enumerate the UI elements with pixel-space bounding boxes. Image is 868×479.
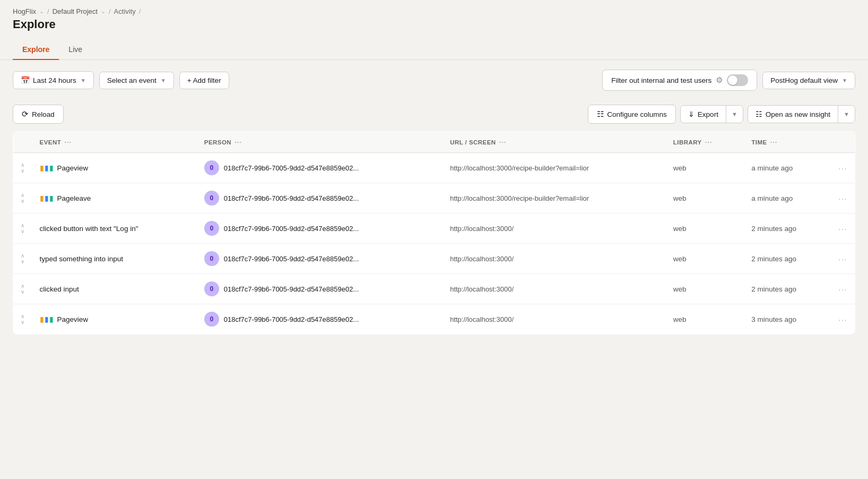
th-person: PERSON ··· xyxy=(197,132,442,153)
row-more-icon[interactable]: ··· xyxy=(838,194,847,203)
table-row[interactable]: ∧ ∨ clicked input 0 018cf7c7-99b6-7005-9… xyxy=(13,274,855,304)
toolbar: 📅 Last 24 hours ▼ Select an event ▼ + Ad… xyxy=(0,60,868,100)
time-value: 2 minutes ago xyxy=(751,225,796,233)
export-dropdown-arrow[interactable]: ▼ xyxy=(726,106,743,123)
expand-icon[interactable]: ∧ ∨ xyxy=(21,162,25,174)
library-value: web xyxy=(673,315,687,323)
event-cell: clicked button with text "Log in" xyxy=(32,213,197,244)
insight-icon: ☷ xyxy=(756,110,762,118)
table-row[interactable]: ∧ ∨ ▮▮▮ Pageleave 0 018cf7c7-99b6-7005-9… xyxy=(13,183,855,213)
gear-icon[interactable]: ⚙ xyxy=(716,75,723,85)
expand-icon[interactable]: ∧ ∨ xyxy=(21,253,25,264)
url-value[interactable]: http://localhost:3000/ xyxy=(450,255,514,263)
library-cell: web xyxy=(666,304,744,335)
action-bar: ⟳ Reload ☷ Configure columns ⇓ Export ▼ … xyxy=(0,100,868,131)
chevron-down-icon: ▼ xyxy=(81,78,86,83)
filter-toggle-box: Filter out internal and test users ⚙ xyxy=(602,70,757,91)
view-selector-label: PostHog default view xyxy=(770,76,838,84)
person-cell: 0 018cf7c7-99b6-7005-9dd2-d547e8859e02..… xyxy=(197,213,442,244)
expand-icon[interactable]: ∧ ∨ xyxy=(21,284,25,295)
person-id[interactable]: 018cf7c7-99b6-7005-9dd2-d547e8859e02... xyxy=(224,194,359,202)
library-value: web xyxy=(673,225,687,233)
filter-toggle-switch[interactable] xyxy=(727,74,748,86)
url-value[interactable]: http://localhost:3000/recipe-builder?ema… xyxy=(450,194,589,202)
table-row[interactable]: ∧ ∨ typed something into input 0 018cf7c… xyxy=(13,244,855,274)
url-cell: http://localhost:3000/ xyxy=(442,304,666,335)
person-id[interactable]: 018cf7c7-99b6-7005-9dd2-d547e8859e02... xyxy=(224,315,359,323)
expand-cell: ∧ ∨ xyxy=(13,183,32,213)
event-name: clicked input xyxy=(40,285,79,293)
avatar: 0 xyxy=(204,160,219,175)
library-cell: web xyxy=(666,213,744,244)
url-value[interactable]: http://localhost:3000/ xyxy=(450,315,514,323)
expand-icon[interactable]: ∧ ∨ xyxy=(21,223,25,234)
th-url: URL / SCREEN ··· xyxy=(442,132,666,153)
row-actions-cell: ··· xyxy=(831,304,855,335)
expand-icon[interactable]: ∧ ∨ xyxy=(21,314,25,325)
library-value: web xyxy=(673,164,687,172)
th-time: TIME ··· xyxy=(744,132,831,153)
person-cell: 0 018cf7c7-99b6-7005-9dd2-d547e8859e02..… xyxy=(197,274,442,304)
url-col-options[interactable]: ··· xyxy=(499,138,507,146)
table-row[interactable]: ∧ ∨ ▮▮▮ Pageview 0 018cf7c7-99b6-7005-9d… xyxy=(13,304,855,335)
library-value: web xyxy=(673,255,687,263)
row-more-icon[interactable]: ··· xyxy=(838,315,847,324)
th-url-label: URL / SCREEN xyxy=(450,139,496,146)
export-button-split: ⇓ Export ▼ xyxy=(680,105,743,123)
url-value[interactable]: http://localhost:3000/recipe-builder?ema… xyxy=(450,164,589,172)
breadcrumb-project[interactable]: Default Project xyxy=(53,7,98,15)
row-more-icon[interactable]: ··· xyxy=(838,224,847,233)
time-cell: 2 minutes ago xyxy=(744,213,831,244)
calendar-icon: 📅 xyxy=(21,76,30,84)
person-col-options[interactable]: ··· xyxy=(235,138,242,146)
configure-columns-button[interactable]: ☷ Configure columns xyxy=(588,105,676,124)
url-cell: http://localhost:3000/recipe-builder?ema… xyxy=(442,153,666,183)
view-selector-button[interactable]: PostHog default view ▼ xyxy=(762,72,855,89)
event-col-options[interactable]: ··· xyxy=(64,138,72,146)
event-filter-button[interactable]: Select an event ▼ xyxy=(99,72,174,89)
event-name: Pageleave xyxy=(57,194,91,202)
url-value[interactable]: http://localhost:3000/ xyxy=(450,225,514,233)
row-more-icon[interactable]: ··· xyxy=(838,254,847,263)
add-filter-button[interactable]: + Add filter xyxy=(179,72,229,89)
person-id[interactable]: 018cf7c7-99b6-7005-9dd2-d547e8859e02... xyxy=(224,255,359,263)
library-col-options[interactable]: ··· xyxy=(705,138,713,146)
tab-explore[interactable]: Explore xyxy=(13,40,59,60)
breadcrumb: HogFlix ⌄ / Default Project ⌄ / Activity… xyxy=(13,7,855,15)
row-actions-cell: ··· xyxy=(831,183,855,213)
th-library: LIBRARY ··· xyxy=(666,132,744,153)
time-filter-button[interactable]: 📅 Last 24 hours ▼ xyxy=(13,71,94,89)
row-more-icon[interactable]: ··· xyxy=(838,285,847,294)
table-row[interactable]: ∧ ∨ ▮▮▮ Pageview 0 018cf7c7-99b6-7005-9d… xyxy=(13,153,855,183)
breadcrumb-hogflix[interactable]: HogFlix xyxy=(13,7,36,15)
person-id[interactable]: 018cf7c7-99b6-7005-9dd2-d547e8859e02... xyxy=(224,225,359,233)
sliders-icon: ☷ xyxy=(597,109,604,119)
tab-live[interactable]: Live xyxy=(59,40,92,60)
time-value: a minute ago xyxy=(751,194,793,202)
time-value: 2 minutes ago xyxy=(751,285,796,293)
avatar: 0 xyxy=(204,221,219,236)
time-cell: 2 minutes ago xyxy=(744,274,831,304)
time-cell: a minute ago xyxy=(744,153,831,183)
expand-cell: ∧ ∨ xyxy=(13,153,32,183)
time-value: 3 minutes ago xyxy=(751,315,796,323)
row-more-icon[interactable]: ··· xyxy=(838,164,847,173)
action-right: ☷ Configure columns ⇓ Export ▼ ☷ Open as… xyxy=(588,105,855,124)
person-cell: 0 018cf7c7-99b6-7005-9dd2-d547e8859e02..… xyxy=(197,153,442,183)
filter-right: Filter out internal and test users ⚙ Pos… xyxy=(602,70,855,91)
time-filter-label: Last 24 hours xyxy=(33,76,76,84)
table-wrapper: EVENT ··· PERSON ··· URL / SCREEN xyxy=(0,131,868,479)
person-id[interactable]: 018cf7c7-99b6-7005-9dd2-d547e8859e02... xyxy=(224,164,359,172)
table-row[interactable]: ∧ ∨ clicked button with text "Log in" 0 … xyxy=(13,213,855,244)
url-value[interactable]: http://localhost:3000/ xyxy=(450,285,514,293)
open-insight-dropdown-arrow[interactable]: ▼ xyxy=(838,106,855,123)
reload-button[interactable]: ⟳ Reload xyxy=(13,105,64,124)
person-id[interactable]: 018cf7c7-99b6-7005-9dd2-d547e8859e02... xyxy=(224,285,359,293)
open-insight-main[interactable]: ☷ Open as new insight xyxy=(748,106,838,123)
expand-icon[interactable]: ∧ ∨ xyxy=(21,193,25,204)
time-col-options[interactable]: ··· xyxy=(770,138,778,146)
event-name: typed something into input xyxy=(40,255,124,263)
toggle-knob xyxy=(728,75,737,85)
row-actions-cell: ··· xyxy=(831,244,855,274)
export-main[interactable]: ⇓ Export xyxy=(681,106,726,123)
